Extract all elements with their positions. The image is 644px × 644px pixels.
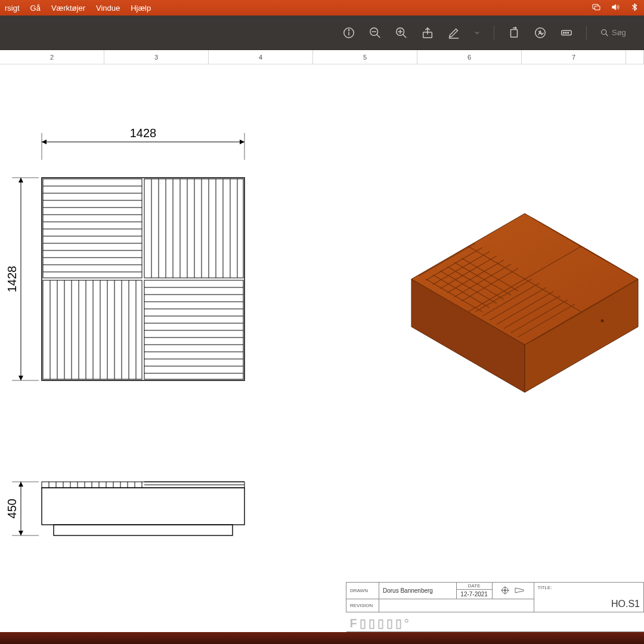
top-view: 1428 1428 xyxy=(6,124,268,434)
form-button[interactable] xyxy=(560,26,573,39)
app-toolbar: A xyxy=(0,16,644,50)
info-button[interactable] xyxy=(342,26,355,39)
svg-rect-48 xyxy=(144,179,243,278)
menu-item-oversigt[interactable]: rsigt xyxy=(5,4,20,13)
ruler-col-2: 2 xyxy=(50,54,54,61)
svg-rect-95 xyxy=(42,488,244,525)
svg-point-19 xyxy=(565,32,566,33)
svg-text:A: A xyxy=(538,29,543,36)
revision-value xyxy=(379,599,534,612)
date-cell: DATE 12-7-2021 xyxy=(456,583,492,599)
markup-button[interactable] xyxy=(447,26,460,39)
svg-point-21 xyxy=(602,29,606,34)
title-block: DRAWN Dorus Bannenberg DATE 12-7-2021 TI… xyxy=(346,582,644,632)
isometric-view xyxy=(388,154,644,407)
annotate-button[interactable]: A xyxy=(534,26,547,39)
svg-marker-25 xyxy=(240,140,244,144)
svg-rect-33 xyxy=(42,178,244,380)
projection-symbol xyxy=(492,583,534,599)
svg-rect-34 xyxy=(43,179,142,278)
ruler-col-3: 3 xyxy=(154,54,158,61)
dim-height-label: 450 xyxy=(6,499,18,518)
drawing-canvas[interactable]: 1428 1428 xyxy=(0,64,644,632)
share-button[interactable] xyxy=(421,26,434,39)
front-view: 450 xyxy=(6,470,268,565)
bluetooth-icon[interactable] xyxy=(630,2,639,14)
svg-point-20 xyxy=(568,32,569,33)
menu-item-hjaelp[interactable]: Hjælp xyxy=(131,4,151,13)
svg-point-18 xyxy=(564,32,565,33)
svg-marker-30 xyxy=(18,376,23,380)
os-dock-sliver xyxy=(0,632,644,644)
brand-logo: F▯▯▯▯▯° xyxy=(350,617,411,630)
svg-marker-91 xyxy=(18,482,23,487)
volume-icon[interactable] xyxy=(611,2,620,14)
part-number: HO.S1 xyxy=(538,599,640,609)
svg-line-22 xyxy=(606,34,608,36)
svg-rect-1 xyxy=(595,6,600,10)
screen-mirror-icon[interactable] xyxy=(592,2,601,14)
dim-width-label: 1428 xyxy=(130,126,157,140)
menubar-left: rsigt Gå Værktøjer Vindue Hjælp xyxy=(5,4,151,13)
column-ruler: 2 3 4 5 6 7 xyxy=(0,50,644,64)
svg-rect-113 xyxy=(54,525,233,535)
toolbar-divider xyxy=(494,26,494,40)
svg-rect-76 xyxy=(144,280,243,379)
svg-point-154 xyxy=(601,320,604,323)
os-menubar: rsigt Gå Værktøjer Vindue Hjælp xyxy=(0,0,644,16)
dim-depth-label: 1428 xyxy=(6,266,18,293)
rotate-button[interactable] xyxy=(507,26,521,39)
svg-marker-159 xyxy=(515,588,524,593)
toolbar-divider-2 xyxy=(586,26,587,40)
revision-label: REVISION xyxy=(346,599,379,612)
ruler-col-7: 7 xyxy=(572,54,575,61)
ruler-col-6: 6 xyxy=(467,54,471,61)
svg-marker-24 xyxy=(42,140,47,144)
svg-rect-62 xyxy=(43,280,142,379)
svg-line-6 xyxy=(377,34,380,38)
menu-item-gaa[interactable]: Gå xyxy=(30,4,41,13)
svg-point-4 xyxy=(348,29,349,30)
ruler-col-4: 4 xyxy=(259,54,262,61)
menubar-right xyxy=(592,2,639,14)
svg-rect-14 xyxy=(511,29,518,37)
zoom-in-button[interactable] xyxy=(395,26,408,39)
ruler-col-5: 5 xyxy=(363,54,367,61)
svg-marker-29 xyxy=(18,178,23,182)
drawn-label: DRAWN xyxy=(346,583,379,599)
title-cell: TITLE: HO.S1 xyxy=(534,583,644,612)
menu-item-vindue[interactable]: Vindue xyxy=(96,4,120,13)
drawn-name: Dorus Bannenberg xyxy=(379,583,456,599)
menu-item-vaerktoejer[interactable]: Værktøjer xyxy=(51,4,85,13)
search-input[interactable] xyxy=(612,28,636,37)
zoom-out-button[interactable] xyxy=(369,26,382,39)
svg-line-9 xyxy=(403,34,407,38)
search-box[interactable] xyxy=(600,28,636,38)
markup-dropdown[interactable] xyxy=(473,26,481,39)
manufacturer-row: F▯▯▯▯▯° xyxy=(346,612,644,632)
svg-marker-92 xyxy=(18,531,23,535)
